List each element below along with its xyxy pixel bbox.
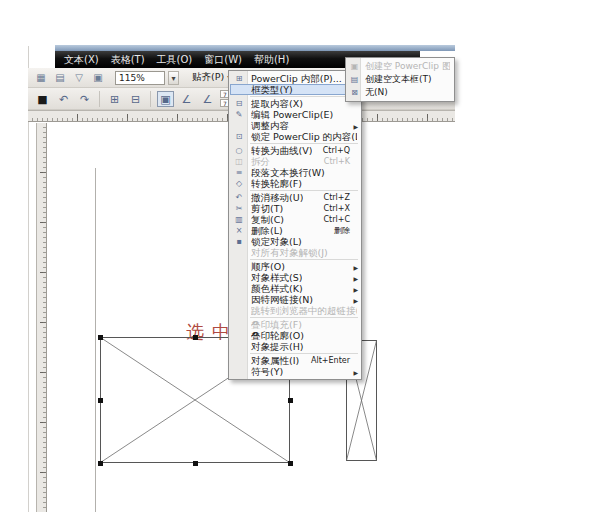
menu-item-label: 撤消移动(U): [251, 192, 303, 203]
context-menu-item-extract-contents[interactable]: ⊟提取内容(X): [230, 98, 360, 109]
break-apart-icon: ◫: [230, 156, 248, 167]
undo-icon: ↶: [230, 192, 248, 203]
menu-item-label: 剪切(T): [251, 203, 283, 214]
submenu-arrow-icon: ▶: [353, 286, 358, 293]
context-menu-item-convert-outline[interactable]: ◇转换轮廓(F): [230, 178, 360, 189]
angle-icon-2[interactable]: ∠: [199, 91, 216, 107]
angle-icon[interactable]: ∠: [178, 91, 195, 107]
snap-to-label: 贴齐(P): [192, 71, 224, 84]
selection-handle-bottom-right[interactable]: [288, 461, 293, 466]
context-menu-item-object-hinting[interactable]: 对象提示(H): [230, 341, 360, 352]
selection-handle-bottom-left[interactable]: [98, 461, 103, 466]
extract-contents-icon: ⊟: [230, 98, 248, 109]
align-icon[interactable]: ⊟: [127, 91, 144, 107]
media-icon[interactable]: ▣: [90, 70, 106, 85]
export-icon[interactable]: ▤: [52, 70, 68, 85]
copy-icon: ▥: [230, 214, 248, 225]
context-menu-item-cut[interactable]: ✂剪切(T)Ctrl+X: [230, 203, 360, 214]
context-menu-item-undo-move[interactable]: ↶撤消移动(U)Ctrl+Z: [230, 192, 360, 203]
undo-icon[interactable]: ↶: [55, 91, 72, 107]
menu-item-label: 转换轮廓(F): [251, 178, 302, 189]
selection-handle-top-center[interactable]: [193, 335, 198, 340]
frame-mode-icon[interactable]: ▣: [157, 91, 174, 107]
menu-item-label: 叠印轮廓(O): [251, 330, 304, 341]
menu-item-label: 对象提示(H): [251, 341, 304, 352]
application-launcher-icon[interactable]: ▦: [33, 70, 49, 85]
submenu-item-label: 无(N): [365, 86, 388, 99]
context-menu-item-lock-object[interactable]: ▪锁定对象(L): [230, 236, 360, 247]
context-menu-item-copy[interactable]: ▥复制(C)Ctrl+C: [230, 214, 360, 225]
empty-text-frame-icon: ▤: [347, 73, 362, 86]
submenu-arrow-icon: ▶: [353, 275, 358, 282]
context-menu-item-object-styles[interactable]: 对象样式(S)▶: [230, 272, 360, 283]
context-menu-item-lock-contents[interactable]: ⊡锁定 PowerClip 的内容(L): [230, 131, 360, 142]
context-menu-item-delete[interactable]: ×删除(L)删除: [230, 225, 360, 236]
menubar-item-window[interactable]: 窗口(W): [198, 53, 248, 67]
menu-item-label: PowerClip 内部(P)...: [251, 73, 342, 84]
menu-item-label: 段落文本换行(W): [251, 167, 325, 178]
zoom-level-combobox[interactable]: 115%: [115, 71, 165, 85]
submenu-arrow-icon: ▶: [353, 297, 358, 304]
context-menu-item-powerclip-inside[interactable]: ⊞PowerClip 内部(P)...: [230, 73, 360, 84]
menu-item-label: 调整内容: [251, 120, 289, 131]
context-menu-item-overprint-fill[interactable]: 叠印填充(F): [230, 319, 360, 330]
context-menu-item-edit-powerclip[interactable]: ✎编辑 PowerClip(E): [230, 109, 360, 120]
context-menu: ⊞PowerClip 内部(P)...框类型(Y)▶⊟提取内容(X)✎编辑 Po…: [228, 70, 362, 380]
delete-icon: ×: [230, 225, 248, 236]
submenu-arrow-icon: ▶: [353, 264, 358, 271]
menu-item-shortcut: Ctrl+K: [324, 157, 357, 166]
redo-icon[interactable]: ↷: [76, 91, 93, 107]
powerclip-inside-icon: ⊞: [230, 73, 248, 84]
selection-handle-middle-left[interactable]: [98, 398, 103, 403]
menu-item-label: 顺序(O): [251, 261, 285, 272]
context-menu-item-convert-to-curves[interactable]: ○转换为曲线(V)Ctrl+Q: [230, 145, 360, 156]
context-menu-item-unlock-all-objects[interactable]: 对所有对象解锁(J): [230, 247, 360, 258]
zoom-dropdown-arrow-icon[interactable]: ▾: [168, 71, 179, 85]
menu-item-label: 复制(C): [251, 214, 284, 225]
vertical-ruler[interactable]: [36, 123, 47, 512]
context-menu-item-fit-contents[interactable]: 调整内容▶: [230, 120, 360, 131]
frame-submenu-item-create-empty-powerclip-frame[interactable]: ▣创建空 PowerClip 图文框(E): [347, 60, 453, 73]
context-menu-item-break-apart[interactable]: ◫拆分Ctrl+K: [230, 156, 360, 167]
dropdown-tool-icon[interactable]: ▽: [71, 70, 87, 85]
menu-item-label: 符号(Y): [251, 366, 283, 377]
application-window: 文本(X)表格(T)工具(O)窗口(W)帮助(H) ▦▤▽▣ 115% ▾ 贴齐…: [0, 0, 600, 514]
menu-item-label: 因特网链接(N): [251, 294, 313, 305]
submenu-item-label: 创建空 PowerClip 图文框(E): [365, 60, 450, 73]
context-menu-item-frame-type[interactable]: 框类型(Y)▶: [230, 84, 360, 95]
context-menu-item-jump-to-hyperlink[interactable]: 跳转到浏览器中的超链接(J): [230, 305, 360, 316]
menu-separator: [250, 190, 358, 191]
frame-submenu-item-create-empty-text-frame[interactable]: ▤创建空文本框(T): [347, 73, 453, 86]
frame-submenu-item-none[interactable]: ⊠无(N): [347, 86, 453, 99]
menubar-item-table[interactable]: 表格(T): [105, 53, 151, 67]
swatch-black-icon[interactable]: ■: [34, 91, 51, 107]
wrap-text-icon: ≡: [230, 167, 248, 178]
menu-item-label: 跳转到浏览器中的超链接(J): [251, 305, 357, 316]
menubar-item-help[interactable]: 帮助(H): [248, 53, 295, 67]
menu-item-label: 对所有对象解锁(J): [251, 247, 328, 258]
menu-item-label: 拆分: [251, 156, 270, 167]
menu-item-shortcut: Ctrl+Q: [323, 146, 357, 155]
menu-separator: [250, 353, 358, 354]
context-menu-item-object-properties[interactable]: 对象属性(I)Alt+Enter: [230, 355, 360, 366]
menu-item-label: 对象样式(S): [251, 272, 302, 283]
snap-grid-icon[interactable]: ⊞: [106, 91, 123, 107]
context-menu-item-internet-links[interactable]: 因特网链接(N)▶: [230, 294, 360, 305]
selection-handle-bottom-center[interactable]: [193, 461, 198, 466]
context-menu-item-overprint-outline[interactable]: 叠印轮廓(O): [230, 330, 360, 341]
context-menu-item-color-styles[interactable]: 颜色样式(K)▶: [230, 283, 360, 294]
menubar-item-text[interactable]: 文本(X): [58, 53, 105, 67]
convert-to-curves-icon: ○: [230, 145, 248, 156]
frame-type-submenu: ▣创建空 PowerClip 图文框(E)▤创建空文本框(T)⊠无(N): [345, 57, 455, 102]
context-menu-item-order[interactable]: 顺序(O)▶: [230, 261, 360, 272]
context-menu-item-symbol[interactable]: 符号(Y)▶: [230, 366, 360, 377]
menubar-item-tools[interactable]: 工具(O): [151, 53, 199, 67]
context-menu-item-wrap-paragraph-text[interactable]: ≡段落文本换行(W): [230, 167, 360, 178]
selection-handle-middle-right[interactable]: [288, 398, 293, 403]
toolbar-icon-group: ▦▤▽▣: [33, 70, 106, 85]
submenu-arrow-icon: ▶: [353, 369, 358, 376]
menu-item-label: 锁定对象(L): [251, 236, 302, 247]
snap-to-button[interactable]: 贴齐(P) ▾: [192, 71, 231, 85]
menu-item-shortcut: Ctrl+X: [324, 204, 357, 213]
selection-handle-top-left[interactable]: [98, 335, 103, 340]
